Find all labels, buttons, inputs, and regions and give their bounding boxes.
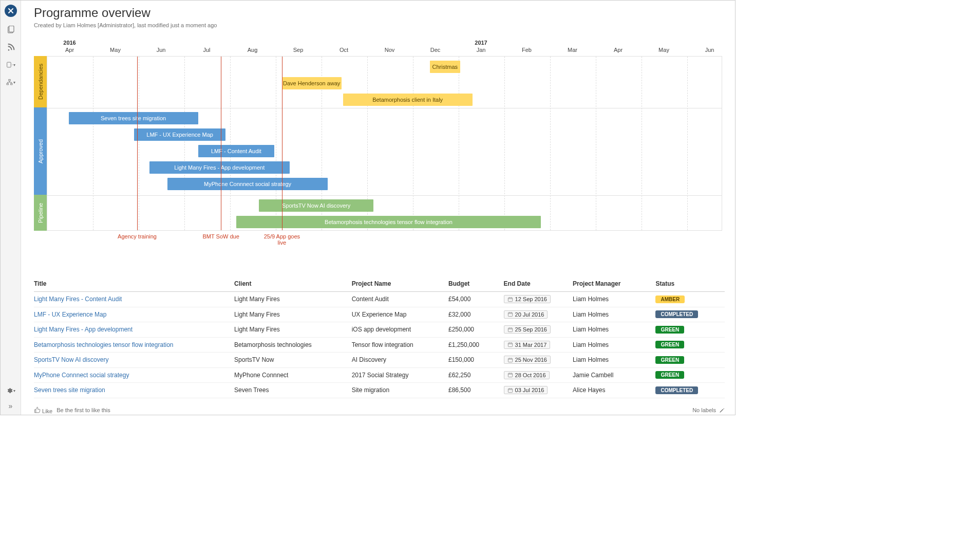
row-end-date[interactable]: 03 Jul 2016: [504, 386, 548, 394]
row-title-link[interactable]: LMF - UX Experience Map: [34, 311, 106, 318]
projects-table: Title Client Project Name Budget End Dat…: [34, 276, 725, 398]
row-budget: £54,000: [448, 292, 504, 307]
timeline-month-label: Nov: [385, 47, 395, 53]
svg-rect-2: [7, 62, 11, 67]
row-project: Content Audit: [352, 292, 448, 307]
left-rail: ▾ ▾ ▾ »: [1, 1, 21, 415]
status-badge: AMBER: [655, 296, 685, 303]
row-title-link[interactable]: Light Many Fires - App development: [34, 326, 133, 333]
row-budget: £1,250,000: [448, 337, 504, 353]
timeline-gridline: [504, 57, 505, 230]
pencil-icon: [719, 408, 725, 413]
row-client: MyPhone Connnect: [234, 367, 352, 383]
status-badge: GREEN: [655, 341, 684, 348]
timeline-gridline: [139, 57, 139, 230]
svg-rect-10: [508, 358, 512, 362]
add-page-icon[interactable]: ▾: [6, 60, 15, 69]
th-end: End Date: [504, 276, 573, 292]
timeline-marker-label: BMT SoW due: [198, 233, 244, 239]
svg-rect-5: [10, 83, 12, 85]
row-title-link[interactable]: MyPhone Connnect social strategy: [34, 372, 129, 379]
page-meta: Created by Liam Holmes [Administrator], …: [34, 22, 725, 28]
timeline-year-label: 2016: [63, 40, 76, 46]
timeline-month-label: Apr: [614, 47, 623, 53]
th-client: Client: [234, 276, 352, 292]
timeline-marker: [221, 57, 221, 230]
row-project: UX Experience Map: [352, 307, 448, 322]
row-end-date[interactable]: 12 Sep 2016: [504, 295, 551, 303]
svg-rect-3: [8, 80, 10, 81]
timeline-axis: AprMayJunJulAugSepOctNovDecJanFebMarAprM…: [47, 40, 722, 54]
svg-rect-8: [508, 328, 512, 331]
status-badge: GREEN: [655, 371, 684, 379]
timeline-gridline: [550, 57, 551, 230]
timeline-month-label: Aug: [248, 47, 258, 53]
table-row: Light Many Fires - Content AuditLight Ma…: [34, 292, 725, 307]
timeline-month-label: Apr: [65, 47, 74, 53]
timeline-gridline: [459, 57, 459, 230]
row-budget: £150,000: [448, 353, 504, 368]
timeline-bar[interactable]: Betamorphosis client in Italy: [343, 94, 473, 106]
like-button[interactable]: Like: [34, 407, 52, 414]
svg-rect-9: [508, 343, 512, 346]
svg-rect-7: [508, 312, 512, 316]
row-client: Light Many Fires: [234, 307, 352, 322]
row-title-link[interactable]: Betamorphosis technologies tensor flow i…: [34, 341, 174, 348]
timeline-lane-label-dependancies: Dependancies: [34, 56, 47, 107]
page-tree-icon[interactable]: [6, 25, 15, 34]
timeline-month-label: Jun: [705, 47, 714, 53]
like-helper: Be the first to like this: [56, 407, 110, 413]
timeline-bar[interactable]: MyPhone Connnect social strategy: [167, 178, 328, 190]
timeline-gridline: [184, 57, 185, 230]
timeline-gridline: [93, 57, 93, 230]
settings-icon[interactable]: ▾: [6, 386, 15, 395]
timeline-lane-label-pipeline: Pipeline: [34, 195, 47, 231]
table-header-row: Title Client Project Name Budget End Dat…: [34, 276, 725, 292]
th-status: Status: [655, 276, 725, 292]
timeline-bar[interactable]: Christmas: [430, 61, 460, 73]
main-content: Programme overview Created by Liam Holme…: [21, 1, 735, 415]
table-row: Light Many Fires - App developmentLight …: [34, 322, 725, 338]
rss-icon[interactable]: [6, 43, 15, 52]
row-client: Light Many Fires: [234, 292, 352, 307]
timeline-month-label: Feb: [522, 47, 532, 53]
svg-rect-1: [9, 26, 13, 32]
timeline-gridline: [413, 57, 413, 230]
status-badge: COMPLETED: [655, 386, 698, 394]
row-pm: Liam Holmes: [573, 322, 655, 338]
row-end-date[interactable]: 20 Jul 2016: [504, 310, 548, 319]
timeline-bar[interactable]: Dave Henderson away: [282, 77, 342, 89]
timeline-marker-label: Agency training: [114, 233, 160, 239]
row-budget: £62,250: [448, 367, 504, 383]
timeline-year-label: 2017: [475, 40, 487, 46]
row-client: SportsTV Now: [234, 353, 352, 368]
row-end-date[interactable]: 25 Sep 2016: [504, 325, 551, 334]
th-budget: Budget: [448, 276, 504, 292]
timeline-month-label: Mar: [568, 47, 577, 53]
timeline-bar[interactable]: LMF - Content Audit: [198, 145, 274, 157]
like-label: Like: [42, 408, 52, 414]
timeline-bar[interactable]: LMF - UX Experience Map: [134, 128, 225, 141]
timeline-month-label: Oct: [340, 47, 348, 53]
labels-control[interactable]: No labels: [692, 407, 725, 413]
row-end-date[interactable]: 28 Oct 2016: [504, 371, 550, 379]
expand-icon[interactable]: »: [6, 401, 15, 411]
app-logo-icon[interactable]: [5, 5, 17, 17]
timeline-month-label: May: [658, 47, 669, 53]
hierarchy-icon[interactable]: ▾: [6, 78, 15, 87]
row-project: AI Discovery: [352, 353, 448, 368]
row-title-link[interactable]: SportsTV Now AI discovery: [34, 356, 108, 363]
timeline-bar[interactable]: SportsTV Now AI discovery: [259, 199, 373, 212]
row-project: 2017 Social Strategy: [352, 367, 448, 383]
row-title-link[interactable]: Seven trees site migration: [34, 386, 105, 394]
row-pm: Jamie Cambell: [573, 367, 655, 383]
timeline-bar[interactable]: Light Many Fires - App development: [149, 161, 290, 174]
timeline-lane-divider: [47, 108, 722, 108]
row-end-date[interactable]: 31 Mar 2017: [504, 341, 551, 349]
timeline-gridline: [596, 57, 596, 230]
timeline-bar[interactable]: Seven trees site migration: [69, 112, 198, 124]
row-title-link[interactable]: Light Many Fires - Content Audit: [34, 296, 122, 303]
row-budget: £250,000: [448, 322, 504, 338]
timeline-marker-label: 25/9 App goeslive: [259, 233, 305, 246]
row-end-date[interactable]: 25 Nov 2016: [504, 356, 551, 364]
